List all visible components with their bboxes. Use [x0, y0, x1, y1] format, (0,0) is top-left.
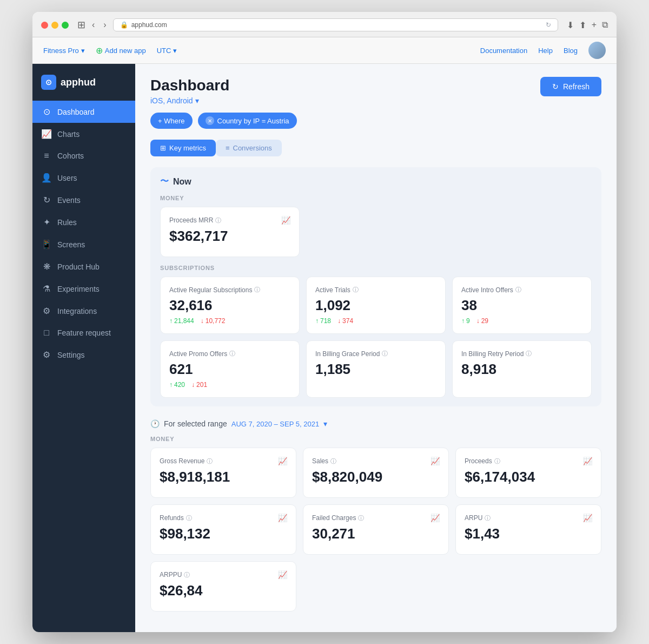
sidebar-item-settings[interactable]: ⚙ Settings — [32, 344, 135, 366]
chart-link-icon[interactable]: 📈 — [281, 216, 290, 225]
now-section-title: Now — [173, 177, 191, 187]
address-bar[interactable]: 🔒 apphud.com ↻ — [113, 18, 558, 31]
active-regular-value: 32,616 — [169, 297, 290, 314]
add-icon: ⊕ — [96, 45, 103, 56]
sidebar-item-cohorts[interactable]: ≡ Cohorts — [32, 145, 135, 167]
info-icon[interactable]: ⓘ — [515, 286, 521, 294]
info-icon[interactable]: ⓘ — [207, 457, 213, 465]
active-regular-title: Active Regular Subscriptions — [169, 286, 252, 294]
sidebar-item-product-hub[interactable]: ❋ Product Hub — [32, 255, 135, 278]
delta-up: ↑ 21,844 — [169, 317, 194, 325]
main-content: Dashboard iOS, Android ▾ ↻ Refresh + Whe… — [135, 64, 617, 632]
billing-retry-card: In Billing Retry Period ⓘ 8,918 — [452, 340, 592, 398]
minimize-button[interactable] — [51, 22, 58, 29]
app-name: Fitness Pro — [43, 47, 79, 55]
tab-key-metrics[interactable]: ⊞ Key metrics — [150, 140, 216, 156]
chart-link-icon[interactable]: 📈 — [278, 514, 287, 522]
sidebar-item-dashboard[interactable]: ⊙ Dashboard — [32, 101, 135, 123]
card-title: Gross Revenue ⓘ — [160, 457, 213, 465]
now-section-icon: 〜 — [160, 176, 169, 187]
country-filter-button[interactable]: ✕ Country by IP = Austria — [198, 113, 297, 129]
chart-link-icon[interactable]: 📈 — [583, 457, 592, 465]
info-icon[interactable]: ⓘ — [330, 457, 336, 465]
new-tab-icon[interactable]: + — [592, 20, 597, 30]
experiments-icon: ⚗ — [41, 284, 52, 294]
documentation-link[interactable]: Documentation — [480, 47, 527, 55]
info-icon[interactable]: ⓘ — [353, 286, 359, 294]
blog-link[interactable]: Blog — [564, 47, 578, 55]
refresh-button[interactable]: ↻ Refresh — [540, 77, 601, 96]
help-link[interactable]: Help — [538, 47, 553, 55]
reload-icon[interactable]: ↻ — [546, 21, 551, 29]
sidebar-item-integrations[interactable]: ⚙ Integrations — [32, 300, 135, 322]
chart-link-icon[interactable]: 📈 — [431, 457, 440, 465]
back-button[interactable]: ‹ — [90, 19, 97, 31]
info-icon[interactable]: ⓘ — [382, 350, 388, 358]
delta-down: ↓ 201 — [191, 381, 207, 389]
platform-selector[interactable]: iOS, Android ▾ — [150, 96, 229, 105]
chart-link-icon[interactable]: 📈 — [431, 514, 440, 522]
app-selector[interactable]: Fitness Pro ▾ — [43, 47, 85, 55]
info-icon[interactable]: ⓘ — [494, 457, 500, 465]
refunds-title: Refunds — [160, 514, 184, 522]
add-app-button[interactable]: ⊕ Add new app — [96, 45, 146, 56]
active-intro-value: 38 — [461, 297, 582, 314]
range-date-selector[interactable]: AUG 7, 2020 – SEP 5, 2021 — [231, 420, 319, 428]
info-icon[interactable]: ⓘ — [485, 514, 491, 522]
arpu-title: ARPU — [465, 514, 482, 522]
card-deltas: ↑ 420 ↓ 201 — [169, 381, 290, 389]
info-icon[interactable]: ⓘ — [215, 216, 221, 225]
maximize-button[interactable] — [62, 22, 69, 29]
tab-conversions[interactable]: ≡ Conversions — [216, 140, 282, 156]
billing-grace-value: 1,185 — [315, 361, 436, 378]
filter-x-icon[interactable]: ✕ — [206, 116, 214, 125]
info-icon[interactable]: ⓘ — [229, 350, 235, 358]
sidebar-item-feature-request[interactable]: □ Feature request — [32, 322, 135, 344]
top-nav: Fitness Pro ▾ ⊕ Add new app UTC ▾ Docume… — [32, 37, 617, 64]
sidebar-toggle-icon[interactable]: ⊞ — [77, 19, 85, 31]
card-header: ARPPU ⓘ 📈 — [160, 570, 287, 579]
info-icon[interactable]: ⓘ — [526, 350, 532, 358]
sidebar-item-users[interactable]: 👤 Users — [32, 167, 135, 189]
tabs-overview-icon[interactable]: ⧉ — [602, 20, 608, 30]
billing-retry-title: In Billing Retry Period — [461, 350, 524, 358]
proceeds-card: Proceeds ⓘ 📈 $6,174,034 — [455, 448, 601, 498]
down-arrow-icon: ↓ — [337, 317, 341, 325]
where-filter-button[interactable]: + Where — [150, 113, 193, 129]
feature-request-icon: □ — [41, 328, 52, 338]
share-icon[interactable]: ⬆ — [579, 20, 586, 30]
header-left: Dashboard iOS, Android ▾ — [150, 77, 229, 105]
sidebar-item-events[interactable]: ↻ Events — [32, 189, 135, 211]
download-icon[interactable]: ⬇ — [567, 20, 574, 30]
card-title: Refunds ⓘ — [160, 514, 192, 522]
chart-link-icon[interactable]: 📈 — [278, 570, 287, 579]
sidebar-item-experiments[interactable]: ⚗ Experiments — [32, 278, 135, 300]
sidebar-item-label: Users — [57, 174, 77, 182]
info-icon[interactable]: ⓘ — [186, 514, 192, 522]
failed-charges-card: Failed Charges ⓘ 📈 30,271 — [303, 504, 449, 555]
chart-link-icon[interactable]: 📈 — [583, 514, 592, 522]
info-icon[interactable]: ⓘ — [184, 571, 190, 579]
sidebar-item-rules[interactable]: ✦ Rules — [32, 211, 135, 233]
metric-tabs: ⊞ Key metrics ≡ Conversions — [150, 140, 601, 156]
chart-link-icon[interactable]: 📈 — [278, 457, 287, 465]
cohorts-icon: ≡ — [41, 151, 52, 161]
avatar[interactable] — [588, 42, 606, 59]
info-icon[interactable]: ⓘ — [254, 286, 260, 294]
forward-button[interactable]: › — [101, 19, 108, 31]
info-icon[interactable]: ⓘ — [358, 514, 364, 522]
delta-up: ↑ 9 — [461, 317, 470, 325]
arpu-card: ARPU ⓘ 📈 $1,43 — [455, 504, 601, 555]
sidebar-item-charts[interactable]: 📈 Charts — [32, 123, 135, 145]
card-deltas: ↑ 718 ↓ 374 — [315, 317, 436, 325]
close-button[interactable] — [41, 22, 48, 29]
arppu-title: ARPPU — [160, 571, 182, 579]
timezone-selector[interactable]: UTC ▾ — [157, 47, 177, 55]
refunds-value: $98,132 — [160, 525, 287, 542]
card-title: Active Intro Offers ⓘ — [461, 286, 521, 294]
billing-retry-value: 8,918 — [461, 361, 582, 378]
range-dropdown-icon[interactable]: ▾ — [323, 419, 327, 428]
sidebar-item-screens[interactable]: 📱 Screens — [32, 233, 135, 255]
timezone-dropdown-icon: ▾ — [173, 47, 177, 55]
card-header: Proceeds ⓘ 📈 — [465, 457, 592, 465]
